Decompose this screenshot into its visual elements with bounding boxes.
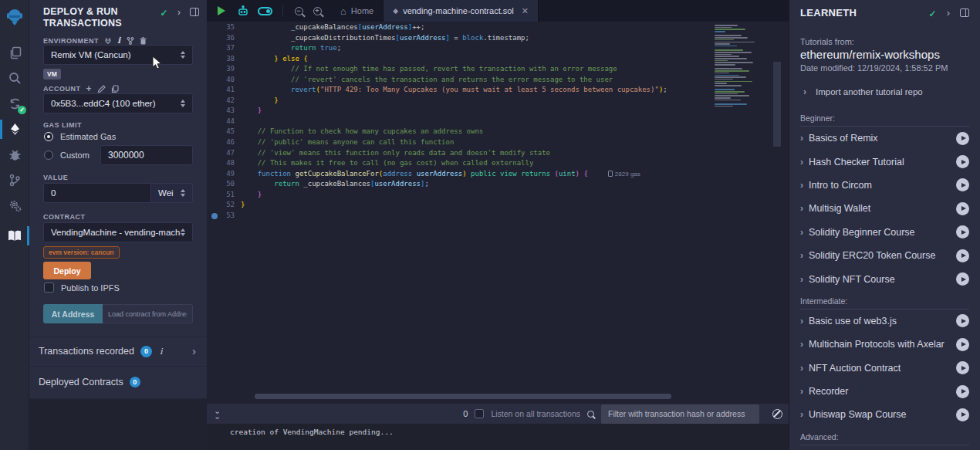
line-number[interactable]: 51 bbox=[207, 190, 241, 201]
start-tutorial-play-button[interactable] bbox=[956, 385, 969, 398]
search-icon[interactable] bbox=[0, 66, 29, 91]
fork-icon[interactable] bbox=[127, 37, 134, 45]
line-number[interactable]: 40 bbox=[207, 75, 241, 86]
chevron-right-icon[interactable]: › bbox=[192, 347, 196, 356]
transactions-recorded-row[interactable]: Transactions recorded 0 i › bbox=[29, 340, 207, 362]
copy-icon[interactable] bbox=[111, 85, 119, 93]
environment-select[interactable]: Remix VM (Cancun) bbox=[43, 45, 193, 65]
line-number[interactable]: 46 bbox=[207, 137, 241, 148]
deploy-button[interactable]: Deploy bbox=[43, 262, 91, 279]
tab-home[interactable]: ⌂ Home bbox=[331, 0, 383, 22]
pin-panel-icon[interactable] bbox=[960, 8, 969, 17]
start-tutorial-play-button[interactable] bbox=[956, 361, 969, 374]
line-number[interactable]: 36 bbox=[207, 33, 241, 44]
chevron-right-icon[interactable]: › bbox=[177, 8, 181, 17]
line-number[interactable]: 50 bbox=[207, 179, 241, 190]
code-line[interactable]: 48 // This makes it free to call (no gas… bbox=[207, 158, 789, 169]
settings-icon[interactable] bbox=[0, 193, 29, 218]
solidity-compiler-icon[interactable]: ✓ bbox=[0, 91, 29, 117]
code-line[interactable]: 49 function getCupcakeBalanceFor(address… bbox=[207, 169, 789, 180]
tab-vending-machine-contract[interactable]: ◆ vending-machine-contract.sol ✕ bbox=[383, 0, 539, 22]
custom-gas-input[interactable] bbox=[100, 145, 193, 165]
listen-all-checkbox[interactable] bbox=[475, 409, 484, 418]
file-explorer-icon[interactable] bbox=[0, 40, 29, 66]
close-tab-icon[interactable]: ✕ bbox=[522, 6, 529, 16]
code-editor[interactable]: 35 _cupcakeBalances[userAddress]++;36 _c… bbox=[207, 22, 789, 394]
tutorial-item[interactable]: ›Solidity Beginner Course bbox=[800, 221, 969, 244]
at-address-button[interactable]: At Address bbox=[43, 304, 103, 323]
start-tutorial-play-button[interactable] bbox=[956, 249, 969, 262]
account-select[interactable]: 0x5B3...eddC4 (100 ether) bbox=[43, 93, 193, 113]
line-number[interactable]: 52 bbox=[207, 200, 241, 211]
tutorial-item[interactable]: ›Multisig Wallet bbox=[800, 197, 969, 220]
start-tutorial-play-button[interactable] bbox=[956, 178, 969, 191]
code-line[interactable]: 41 revert("HTTP 429: Too Many Cupcakes (… bbox=[207, 85, 789, 96]
code-line[interactable]: 52} bbox=[207, 200, 789, 211]
code-line[interactable]: 38 } else { bbox=[207, 54, 789, 65]
plus-icon[interactable]: + bbox=[86, 83, 93, 94]
line-number[interactable]: 47 bbox=[207, 148, 241, 159]
start-tutorial-play-button[interactable] bbox=[956, 408, 969, 421]
pin-panel-icon[interactable] bbox=[190, 8, 199, 16]
line-number[interactable]: 38 bbox=[207, 54, 241, 65]
start-tutorial-play-button[interactable] bbox=[956, 272, 969, 286]
tutorial-item[interactable]: ›Solidity ERC20 Token Course bbox=[800, 244, 969, 267]
line-number[interactable]: 48 bbox=[207, 158, 241, 169]
line-number[interactable]: 41 bbox=[207, 85, 241, 96]
code-line[interactable]: 36 _cupcakeDistributionTimes[userAddress… bbox=[207, 33, 789, 44]
breakpoint-icon[interactable] bbox=[211, 213, 218, 219]
code-line[interactable]: 46 // 'public' means anyone can call thi… bbox=[207, 137, 789, 148]
start-tutorial-play-button[interactable] bbox=[956, 338, 969, 351]
line-number[interactable]: 45 bbox=[207, 127, 241, 137]
debugger-icon[interactable] bbox=[0, 142, 29, 167]
value-input[interactable] bbox=[43, 183, 151, 203]
line-number[interactable]: 42 bbox=[207, 96, 241, 107]
code-line[interactable]: 44 bbox=[207, 117, 789, 127]
code-line[interactable]: 42 } bbox=[207, 96, 789, 107]
edit-icon[interactable] bbox=[97, 85, 106, 93]
expand-terminal-icon[interactable]: ⌄⌄ bbox=[214, 408, 220, 419]
tutorial-item[interactable]: ›NFT Auction Contract bbox=[800, 357, 969, 380]
deployed-contracts-row[interactable]: Deployed Contracts 0 bbox=[29, 371, 207, 393]
zoom-in-button[interactable]: + bbox=[308, 0, 326, 22]
code-line[interactable]: 35 _cupcakeBalances[userAddress]++; bbox=[207, 22, 789, 33]
clear-terminal-icon[interactable] bbox=[772, 409, 782, 419]
code-line[interactable]: 51 } bbox=[207, 190, 789, 201]
line-number[interactable]: 35 bbox=[207, 22, 241, 33]
tutorial-item[interactable]: ›Intro to Circom bbox=[800, 174, 969, 197]
deploy-run-icon[interactable] bbox=[0, 117, 29, 142]
publish-ipfs-checkbox[interactable] bbox=[44, 283, 54, 293]
plug-icon[interactable] bbox=[104, 37, 112, 45]
zoom-out-button[interactable]: − bbox=[289, 0, 308, 22]
at-address-input[interactable] bbox=[103, 304, 193, 323]
code-line[interactable]: 47 // 'view' means this function only re… bbox=[207, 148, 789, 159]
line-number[interactable]: 44 bbox=[207, 117, 241, 127]
editor-minimap[interactable] bbox=[710, 22, 781, 107]
terminal-log[interactable]: creation of VendingMachine pending... [v… bbox=[207, 424, 789, 450]
code-line[interactable]: 43 } bbox=[207, 106, 789, 117]
chevron-right-icon[interactable]: › bbox=[947, 8, 950, 18]
start-tutorial-play-button[interactable] bbox=[956, 314, 969, 327]
line-number[interactable]: 37 bbox=[207, 43, 241, 54]
start-tutorial-play-button[interactable] bbox=[956, 202, 969, 215]
code-line[interactable]: 50 return _cupcakeBalances[userAddress]; bbox=[207, 179, 789, 190]
git-icon[interactable] bbox=[0, 167, 29, 193]
custom-gas-radio[interactable] bbox=[44, 151, 53, 160]
start-tutorial-play-button[interactable] bbox=[956, 132, 969, 145]
learneth-plugin-icon[interactable] bbox=[0, 223, 29, 249]
contract-select[interactable]: VendingMachine - vending-machin bbox=[43, 222, 193, 242]
tutorial-item[interactable]: ›Uniswap Swap Course bbox=[800, 403, 969, 426]
line-number[interactable]: 43 bbox=[207, 106, 241, 117]
editor-vertical-scrollbar[interactable] bbox=[773, 62, 781, 147]
code-line[interactable]: 39 // If not enough time has passed, rev… bbox=[207, 64, 789, 75]
code-line[interactable]: 53 bbox=[207, 211, 789, 222]
value-unit-select[interactable]: Wei bbox=[151, 183, 193, 203]
start-tutorial-play-button[interactable] bbox=[956, 155, 969, 168]
info-icon[interactable]: i bbox=[160, 347, 163, 357]
tutorial-item[interactable]: ›Basic use of web3.js bbox=[800, 310, 969, 333]
copilot-toggle[interactable] bbox=[253, 0, 276, 22]
tutorial-item[interactable]: ›Hash Checker Tutorial bbox=[800, 150, 969, 173]
ai-assistant-button[interactable] bbox=[233, 0, 253, 22]
tutorial-item[interactable]: ›Multichain Protocols with Axelar bbox=[800, 333, 969, 356]
trash-icon[interactable] bbox=[140, 37, 147, 45]
